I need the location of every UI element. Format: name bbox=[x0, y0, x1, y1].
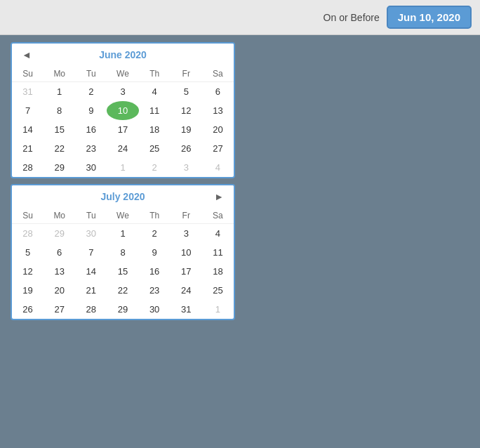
calendar-day[interactable]: 23 bbox=[139, 281, 171, 300]
calendar-day[interactable]: 25 bbox=[202, 281, 234, 300]
weekday-header: Fr bbox=[171, 66, 202, 82]
calendar-day[interactable]: 9 bbox=[139, 243, 171, 262]
calendar-day[interactable]: 3 bbox=[171, 224, 202, 244]
weekday-header: Sa bbox=[202, 208, 234, 224]
calendar-day[interactable]: 14 bbox=[75, 262, 107, 281]
calendar-day[interactable]: 25 bbox=[139, 139, 171, 158]
weekday-header: Th bbox=[139, 208, 171, 224]
calendar-day[interactable]: 30 bbox=[75, 158, 107, 177]
calendar-day[interactable]: 18 bbox=[202, 262, 234, 281]
weekday-header: Fr bbox=[171, 208, 202, 224]
calendar-day[interactable]: 15 bbox=[44, 120, 75, 139]
calendar-day[interactable]: 21 bbox=[75, 281, 107, 300]
calendar-header-july2020: July 2020► bbox=[12, 185, 234, 208]
selected-date-badge[interactable]: Jun 10, 2020 bbox=[387, 6, 472, 29]
weekday-header: Su bbox=[12, 208, 44, 224]
calendar-day[interactable]: 24 bbox=[107, 139, 138, 158]
calendar-day: 3 bbox=[171, 158, 202, 177]
calendar-day[interactable]: 2 bbox=[75, 82, 107, 102]
weekday-header: Tu bbox=[75, 66, 107, 82]
calendar-day[interactable]: 10 bbox=[107, 101, 138, 120]
calendar-day[interactable]: 20 bbox=[202, 120, 234, 139]
calendar-day: 31 bbox=[12, 82, 44, 102]
calendar-grid-july2020: SuMoTuWeThFrSa28293012345678910111213141… bbox=[12, 208, 234, 319]
calendar-day[interactable]: 29 bbox=[44, 158, 75, 177]
calendar-grid-june2020: SuMoTuWeThFrSa31123456789101112131415161… bbox=[12, 66, 234, 177]
calendar-day[interactable]: 4 bbox=[139, 82, 171, 102]
calendar-day: 2 bbox=[139, 158, 171, 177]
calendar-day[interactable]: 7 bbox=[12, 101, 44, 120]
calendar-day[interactable]: 24 bbox=[171, 281, 202, 300]
calendar-day[interactable]: 22 bbox=[44, 139, 75, 158]
calendar-header-june2020: ◄June 2020 bbox=[12, 44, 234, 66]
calendar-day[interactable]: 1 bbox=[107, 224, 138, 244]
calendar-day: 4 bbox=[202, 158, 234, 177]
calendar-day[interactable]: 17 bbox=[107, 120, 138, 139]
calendar-day[interactable]: 22 bbox=[107, 281, 138, 300]
weekday-header: We bbox=[107, 66, 138, 82]
prev-month-button-june2020[interactable]: ◄ bbox=[18, 48, 36, 62]
calendar-day[interactable]: 19 bbox=[12, 281, 44, 300]
calendar-june2020: ◄June 2020SuMoTuWeThFrSa3112345678910111… bbox=[11, 42, 235, 178]
calendar-day[interactable]: 10 bbox=[171, 243, 202, 262]
calendar-day[interactable]: 2 bbox=[139, 224, 171, 244]
next-month-button-july2020[interactable]: ► bbox=[210, 190, 228, 204]
calendar-day[interactable]: 15 bbox=[107, 262, 138, 281]
calendar-july2020: July 2020►SuMoTuWeThFrSa2829301234567891… bbox=[11, 184, 235, 320]
calendar-day: 28 bbox=[12, 224, 44, 244]
calendar-day[interactable]: 18 bbox=[139, 120, 171, 139]
weekday-header: We bbox=[107, 208, 138, 224]
calendar-day[interactable]: 1 bbox=[44, 82, 75, 102]
calendar-day[interactable]: 16 bbox=[75, 120, 107, 139]
calendar-day[interactable]: 13 bbox=[44, 262, 75, 281]
calendar-day[interactable]: 13 bbox=[202, 101, 234, 120]
calendar-title-june2020: June 2020 bbox=[19, 49, 227, 60]
calendar-day[interactable]: 6 bbox=[202, 82, 234, 102]
calendar-day[interactable]: 28 bbox=[12, 158, 44, 177]
calendar-day[interactable]: 27 bbox=[202, 139, 234, 158]
calendar-day[interactable]: 6 bbox=[44, 243, 75, 262]
top-bar: On or Before Jun 10, 2020 bbox=[0, 0, 480, 35]
calendar-day[interactable]: 11 bbox=[139, 101, 171, 120]
calendar-day[interactable]: 20 bbox=[44, 281, 75, 300]
calendar-day: 30 bbox=[75, 224, 107, 244]
calendar-day[interactable]: 21 bbox=[12, 139, 44, 158]
weekday-header: Su bbox=[12, 66, 44, 82]
calendar-day[interactable]: 26 bbox=[171, 139, 202, 158]
calendar-day[interactable]: 23 bbox=[75, 139, 107, 158]
calendar-day[interactable]: 9 bbox=[75, 101, 107, 120]
weekday-header: Mo bbox=[44, 66, 75, 82]
calendar-day[interactable]: 28 bbox=[75, 300, 107, 319]
calendar-title-july2020: July 2020 bbox=[19, 191, 227, 202]
calendar-day[interactable]: 4 bbox=[202, 224, 234, 244]
calendar-day[interactable]: 12 bbox=[171, 101, 202, 120]
calendar-day[interactable]: 11 bbox=[202, 243, 234, 262]
calendar-day[interactable]: 7 bbox=[75, 243, 107, 262]
weekday-header: Mo bbox=[44, 208, 75, 224]
calendar-day[interactable]: 26 bbox=[12, 300, 44, 319]
calendar-day[interactable]: 19 bbox=[171, 120, 202, 139]
weekday-header: Th bbox=[139, 66, 171, 82]
calendar-day[interactable]: 5 bbox=[171, 82, 202, 102]
calendar-day: 1 bbox=[107, 158, 138, 177]
calendar-day[interactable]: 16 bbox=[139, 262, 171, 281]
calendar-day[interactable]: 8 bbox=[107, 243, 138, 262]
weekday-header: Sa bbox=[202, 66, 234, 82]
calendar-day: 29 bbox=[44, 224, 75, 244]
calendar-day[interactable]: 5 bbox=[12, 243, 44, 262]
calendar-day: 1 bbox=[202, 300, 234, 319]
weekday-header: Tu bbox=[75, 208, 107, 224]
calendar-day[interactable]: 17 bbox=[171, 262, 202, 281]
calendar-day[interactable]: 14 bbox=[12, 120, 44, 139]
calendar-day[interactable]: 3 bbox=[107, 82, 138, 102]
calendars-container: ◄June 2020SuMoTuWeThFrSa3112345678910111… bbox=[0, 35, 246, 333]
calendar-day[interactable]: 29 bbox=[107, 300, 138, 319]
filter-label: On or Before bbox=[324, 12, 380, 23]
calendar-day[interactable]: 31 bbox=[171, 300, 202, 319]
calendar-day[interactable]: 30 bbox=[139, 300, 171, 319]
calendar-day[interactable]: 8 bbox=[44, 101, 75, 120]
calendar-day[interactable]: 12 bbox=[12, 262, 44, 281]
calendar-day[interactable]: 27 bbox=[44, 300, 75, 319]
